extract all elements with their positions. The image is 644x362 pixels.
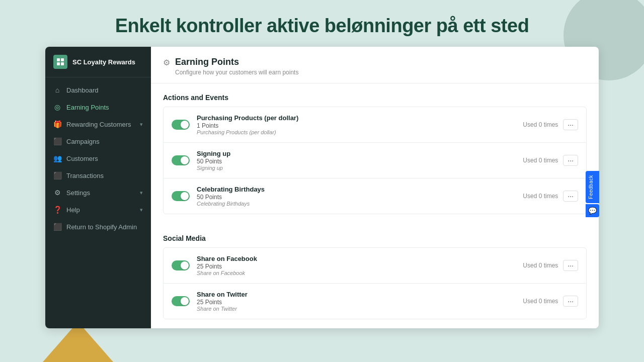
app-logo: SC Loyalty Rewards bbox=[45, 47, 151, 77]
settings-circle-icon: ⚙ bbox=[163, 58, 170, 67]
actions-events-card: Purchasing Products (per dollar) 1 Point… bbox=[163, 107, 587, 214]
sidebar-item-transactions[interactable]: ⬛ Transactions bbox=[45, 167, 151, 184]
feedback-button[interactable]: Feedback bbox=[586, 171, 599, 203]
used-count-purchasing: Used 0 times bbox=[523, 121, 558, 128]
action-item-purchasing-products: Purchasing Products (per dollar) 1 Point… bbox=[164, 107, 586, 143]
content-title: Earning Points bbox=[175, 57, 298, 67]
campaign-icon: ⬛ bbox=[53, 137, 61, 145]
more-button-twitter[interactable]: ··· bbox=[563, 296, 578, 307]
action-name-purchasing: Purchasing Products (per dollar) bbox=[197, 114, 516, 122]
action-right-twitter: Used 0 times ··· bbox=[523, 296, 578, 307]
toggle-signing-up[interactable] bbox=[172, 155, 190, 165]
more-button-purchasing[interactable]: ··· bbox=[563, 119, 578, 130]
action-info-twitter: Share on Twitter 25 Points Share on Twit… bbox=[197, 291, 516, 312]
action-points-twitter: 25 Points bbox=[197, 299, 516, 306]
used-count-signing: Used 0 times bbox=[523, 157, 558, 164]
feedback-icon: 💬 bbox=[586, 204, 599, 217]
action-subtitle-facebook: Share on Facebook bbox=[197, 270, 516, 276]
app-logo-icon bbox=[53, 55, 67, 69]
section-title-social: Social Media bbox=[163, 234, 587, 242]
main-layout: SC Loyalty Rewards ⌂ Dashboard ◎ Earning… bbox=[45, 47, 599, 328]
page-header: Enkelt kontroller aktive belønninger på … bbox=[0, 0, 644, 47]
action-info-purchasing: Purchasing Products (per dollar) 1 Point… bbox=[197, 114, 516, 135]
return-icon: ⬛ bbox=[53, 223, 61, 231]
action-right-purchasing: Used 0 times ··· bbox=[523, 119, 578, 130]
chevron-down-icon: ▾ bbox=[140, 121, 143, 128]
content-header: ⚙ Earning Points Configure how your cust… bbox=[151, 47, 599, 83]
action-subtitle-signing: Signing up bbox=[197, 165, 516, 171]
transactions-icon: ⬛ bbox=[53, 171, 61, 179]
action-right-birthdays: Used 0 times ··· bbox=[523, 191, 578, 202]
circle-icon: ◎ bbox=[53, 103, 61, 111]
sidebar-item-label: Transactions bbox=[66, 172, 104, 179]
toggle-birthdays[interactable] bbox=[172, 191, 190, 201]
action-right-signing: Used 0 times ··· bbox=[523, 155, 578, 166]
help-icon: ❓ bbox=[53, 206, 61, 214]
sidebar-item-customers[interactable]: 👥 Customers bbox=[45, 150, 151, 167]
main-content: ⚙ Earning Points Configure how your cust… bbox=[151, 47, 599, 328]
app-name: SC Loyalty Rewards bbox=[72, 58, 135, 66]
chevron-down-icon: ▾ bbox=[140, 207, 143, 213]
nav-menu: ⌂ Dashboard ◎ Earning Points 🎁 Rewarding… bbox=[45, 77, 151, 239]
section-title-actions: Actions and Events bbox=[163, 94, 587, 102]
gear-icon: ⚙ bbox=[53, 189, 61, 197]
sidebar-item-label: Earning Points bbox=[66, 104, 109, 111]
action-info-facebook: Share on Facebook 25 Points Share on Fac… bbox=[197, 255, 516, 276]
action-subtitle-purchasing: Purchasing Products (per dollar) bbox=[197, 129, 516, 135]
toggle-twitter[interactable] bbox=[172, 296, 190, 306]
action-item-birthdays: Celebrating Birthdays 50 Points Celebrat… bbox=[164, 178, 586, 214]
action-name-twitter: Share on Twitter bbox=[197, 291, 516, 298]
svg-rect-2 bbox=[57, 62, 60, 65]
action-item-facebook: Share on Facebook 25 Points Share on Fac… bbox=[164, 248, 586, 284]
action-name-facebook: Share on Facebook bbox=[197, 255, 516, 262]
action-points-birthdays: 50 Points bbox=[197, 194, 516, 201]
sidebar-item-label: Customers bbox=[66, 155, 98, 162]
sidebar-item-return-shopify[interactable]: ⬛ Return to Shopify Admin bbox=[45, 218, 151, 235]
action-subtitle-twitter: Share on Twitter bbox=[197, 306, 516, 312]
action-info-signing: Signing up 50 Points Signing up bbox=[197, 150, 516, 171]
used-count-facebook: Used 0 times bbox=[523, 262, 558, 269]
used-count-twitter: Used 0 times bbox=[523, 298, 558, 305]
sidebar-item-help[interactable]: ❓ Help ▾ bbox=[45, 201, 151, 218]
action-points-purchasing: 1 Points bbox=[197, 122, 516, 129]
actions-events-section: Actions and Events Purchasing Products (… bbox=[151, 83, 599, 224]
action-item-twitter: Share on Twitter 25 Points Share on Twit… bbox=[164, 284, 586, 319]
content-header-text: Earning Points Configure how your custom… bbox=[175, 57, 298, 76]
more-button-signing[interactable]: ··· bbox=[563, 155, 578, 166]
social-media-section: Social Media Share on Facebook 25 Points… bbox=[151, 224, 599, 328]
action-right-facebook: Used 0 times ··· bbox=[523, 260, 578, 271]
sidebar-item-label: Settings bbox=[66, 189, 90, 197]
page-headline: Enkelt kontroller aktive belønninger på … bbox=[0, 15, 644, 37]
gift-icon: 🎁 bbox=[53, 120, 61, 128]
sidebar-item-settings[interactable]: ⚙ Settings ▾ bbox=[45, 184, 151, 201]
svg-rect-3 bbox=[61, 62, 64, 65]
chevron-down-icon: ▾ bbox=[140, 190, 143, 196]
sidebar-item-rewarding-customers[interactable]: 🎁 Rewarding Customers ▾ bbox=[45, 116, 151, 133]
action-name-birthdays: Celebrating Birthdays bbox=[197, 186, 516, 193]
sidebar-item-label: Return to Shopify Admin bbox=[66, 223, 137, 231]
social-media-card: Share on Facebook 25 Points Share on Fac… bbox=[163, 247, 587, 319]
home-icon: ⌂ bbox=[53, 86, 61, 94]
sidebar-item-label: Campaigns bbox=[66, 138, 100, 145]
sidebar-item-label: Rewarding Customers bbox=[66, 121, 131, 128]
content-subtitle: Configure how your customers will earn p… bbox=[175, 69, 298, 76]
toggle-facebook[interactable] bbox=[172, 260, 190, 270]
more-button-facebook[interactable]: ··· bbox=[563, 260, 578, 271]
sidebar-item-label: Help bbox=[66, 206, 80, 214]
more-button-birthdays[interactable]: ··· bbox=[563, 191, 578, 202]
sidebar-item-dashboard[interactable]: ⌂ Dashboard bbox=[45, 81, 151, 99]
toggle-purchasing-products[interactable] bbox=[172, 120, 190, 130]
used-count-birthdays: Used 0 times bbox=[523, 193, 558, 200]
sidebar: SC Loyalty Rewards ⌂ Dashboard ◎ Earning… bbox=[45, 47, 151, 328]
svg-rect-1 bbox=[61, 58, 64, 61]
action-points-facebook: 25 Points bbox=[197, 263, 516, 270]
sidebar-item-campaigns[interactable]: ⬛ Campaigns bbox=[45, 133, 151, 150]
sidebar-item-earning-points[interactable]: ◎ Earning Points bbox=[45, 99, 151, 116]
svg-rect-0 bbox=[57, 58, 60, 61]
action-points-signing: 50 Points bbox=[197, 158, 516, 165]
action-info-birthdays: Celebrating Birthdays 50 Points Celebrat… bbox=[197, 186, 516, 207]
action-subtitle-birthdays: Celebrating Birthdays bbox=[197, 201, 516, 207]
feedback-sidebar: Feedback 💬 bbox=[586, 171, 599, 217]
action-item-signing-up: Signing up 50 Points Signing up Used 0 t… bbox=[164, 143, 586, 178]
users-icon: 👥 bbox=[53, 154, 61, 162]
